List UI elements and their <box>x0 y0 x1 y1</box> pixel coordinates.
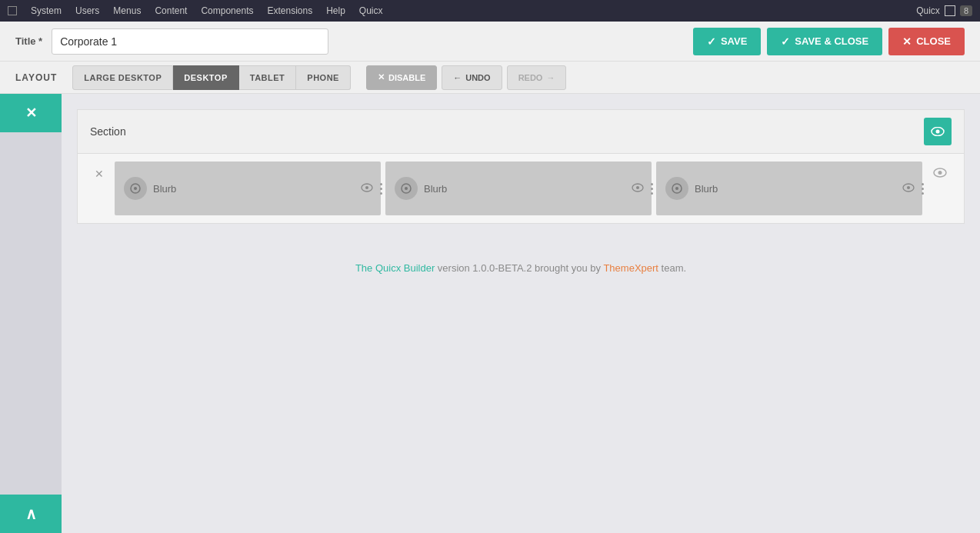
section-title: Section <box>90 125 126 138</box>
blurb-label-1: Blurb <box>153 183 176 195</box>
blurb-icon-3 <box>665 177 688 200</box>
top-nav-bar: System Users Menus Content Components Ex… <box>0 0 980 22</box>
sidebar: ✕ ∧ <box>0 94 62 533</box>
sidebar-x-icon: ✕ <box>25 105 37 122</box>
redo-label: REDO <box>518 73 543 82</box>
blurb-eye-icon-1 <box>361 183 373 192</box>
action-buttons: ✕ DISABLE ← UNDO REDO → <box>366 65 566 90</box>
blurb-item-1[interactable]: Blurb <box>115 162 381 215</box>
device-buttons: LARGE DESKTOP DESKTOP TABLET PHONE <box>72 65 351 90</box>
sidebar-up-icon: ∧ <box>25 505 37 523</box>
drag-dot <box>651 183 653 185</box>
section-header: Section <box>78 110 964 154</box>
blurb-eye-2[interactable] <box>632 182 644 195</box>
blurb-icon-1 <box>124 177 147 200</box>
svg-point-15 <box>938 171 942 175</box>
blurb-eye-1[interactable] <box>361 182 373 195</box>
save-button[interactable]: ✓ SAVE <box>693 28 761 55</box>
save-close-check-icon: ✓ <box>781 35 790 48</box>
undo-arrow-icon: ← <box>453 73 462 82</box>
section-eye-button[interactable] <box>924 118 952 145</box>
nav-item-menus[interactable]: Menus <box>113 5 141 16</box>
save-check-icon: ✓ <box>707 35 716 48</box>
section-inner-eye-button[interactable] <box>928 162 952 215</box>
svg-point-13 <box>907 186 910 189</box>
save-label: SAVE <box>721 35 747 47</box>
drag-dot <box>380 192 382 195</box>
section-inner-row: ✕ Blurb <box>78 154 964 223</box>
disable-button[interactable]: ✕ DISABLE <box>366 65 437 90</box>
undo-button[interactable]: ← UNDO <box>442 65 502 90</box>
builder-link[interactable]: The Quicx Builder <box>355 262 435 274</box>
nav-item-content[interactable]: Content <box>155 5 187 16</box>
svg-point-1 <box>936 130 940 134</box>
nav-item-users[interactable]: Users <box>75 5 99 16</box>
blurb-drag-handle-3[interactable] <box>919 177 925 200</box>
close-label: CLOSE <box>916 35 951 47</box>
nav-item-quicx[interactable]: Quicx <box>359 5 383 16</box>
drag-dot <box>651 188 653 190</box>
theme-link[interactable]: ThemeXpert <box>603 262 658 274</box>
drag-dot <box>922 183 924 185</box>
nav-logo: Quicx 8 <box>916 5 972 16</box>
nav-item-extensions[interactable]: Extensions <box>267 5 312 16</box>
blurb-drag-handle-1[interactable] <box>378 177 384 200</box>
nav-square-icon <box>8 6 17 15</box>
sidebar-up-button[interactable]: ∧ <box>0 495 62 533</box>
blurb-label-3: Blurb <box>695 183 718 195</box>
nav-window-icon <box>945 5 955 16</box>
blurb-svg-icon-2 <box>400 182 412 195</box>
blurb-eye-3[interactable] <box>902 182 915 195</box>
blurb-drag-handle-2[interactable] <box>648 177 655 200</box>
header-actions: ✓ SAVE ✓ SAVE & CLOSE ✕ CLOSE <box>693 28 965 55</box>
blurb-eye-icon-2 <box>632 183 644 192</box>
main-area: ✕ ∧ Section ✕ <box>0 94 980 533</box>
header-bar: Title * ✓ SAVE ✓ SAVE & CLOSE ✕ CLOSE <box>0 22 980 62</box>
toolbar: LAYOUT LARGE DESKTOP DESKTOP TABLET PHON… <box>0 62 980 94</box>
undo-label: UNDO <box>465 73 490 82</box>
redo-arrow-icon: → <box>546 73 555 82</box>
sidebar-close-button[interactable]: ✕ <box>0 94 62 132</box>
save-close-label: SAVE & CLOSE <box>795 35 868 47</box>
layout-label: LAYOUT <box>15 72 57 83</box>
drag-dot <box>651 192 653 195</box>
close-x-icon: ✕ <box>902 35 912 48</box>
nav-logo-text: Quicx <box>916 5 940 16</box>
nav-item-system[interactable]: System <box>31 5 62 16</box>
blurb-item-3[interactable]: Blurb <box>656 162 922 215</box>
svg-point-9 <box>636 186 639 189</box>
svg-point-5 <box>365 186 368 189</box>
blurb-label-2: Blurb <box>424 183 447 195</box>
section-inner-close-button[interactable]: ✕ <box>90 165 108 183</box>
device-btn-phone[interactable]: PHONE <box>296 65 351 90</box>
redo-button[interactable]: REDO → <box>507 65 567 90</box>
blurb-svg-icon-1 <box>129 182 142 195</box>
device-btn-desktop[interactable]: DESKTOP <box>173 65 238 90</box>
nav-item-components[interactable]: Components <box>201 5 253 16</box>
svg-point-11 <box>675 187 678 190</box>
blurb-item-2[interactable]: Blurb <box>385 162 652 215</box>
blurb-svg-icon-3 <box>671 182 683 195</box>
footer-end-text: team. <box>658 262 686 274</box>
device-btn-large-desktop[interactable]: LARGE DESKTOP <box>72 65 173 90</box>
drag-dot <box>922 188 924 190</box>
svg-point-3 <box>134 187 137 190</box>
title-label: Title * <box>15 35 42 47</box>
save-close-button[interactable]: ✓ SAVE & CLOSE <box>767 28 882 55</box>
footer-area: The Quicx Builder version 1.0.0-BETA.2 b… <box>77 239 965 297</box>
blurb-icon-2 <box>395 177 418 200</box>
drag-dot <box>380 188 382 190</box>
close-button[interactable]: ✕ CLOSE <box>888 28 965 55</box>
drag-dot <box>922 192 924 195</box>
blurb-columns: Blurb <box>115 162 922 215</box>
nav-item-help[interactable]: Help <box>326 5 345 16</box>
canvas-area: Section ✕ <box>62 94 980 533</box>
inner-eye-icon <box>933 168 947 178</box>
blurb-eye-icon-3 <box>902 183 915 192</box>
nav-badge: 8 <box>960 5 972 16</box>
disable-label: DISABLE <box>388 73 425 82</box>
eye-icon <box>931 127 945 136</box>
title-input[interactable] <box>52 28 328 55</box>
device-btn-tablet[interactable]: TABLET <box>239 65 297 90</box>
drag-dot <box>380 183 382 185</box>
